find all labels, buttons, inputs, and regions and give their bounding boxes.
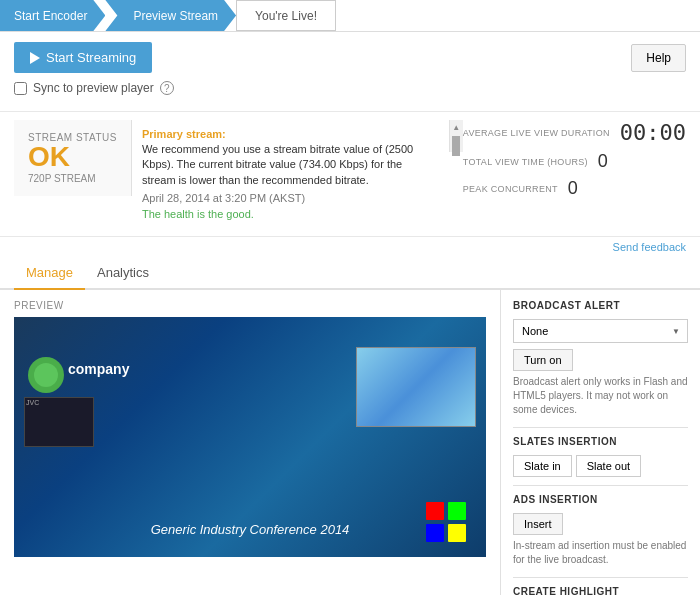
step-start-encoder-label: Start Encoder	[14, 9, 87, 23]
status-area: STREAM STATUS OK 720P STREAM Primary str…	[0, 112, 700, 237]
preview-label: PREVIEW	[14, 300, 486, 311]
right-sidebar: BROADCAST ALERT None ▼ Turn on Broadcast…	[500, 290, 700, 595]
tab-analytics-label: Analytics	[97, 265, 149, 280]
total-view-label: TOTAL VIEW TIME (HOURS)	[463, 157, 588, 167]
sync-help-icon[interactable]: ?	[160, 81, 174, 95]
video-desktop-inner	[357, 348, 475, 426]
start-streaming-label: Start Streaming	[46, 50, 136, 65]
total-view-value: 0	[598, 151, 608, 172]
stats-right: AVERAGE LIVE VIEW DURATION 00:00 TOTAL V…	[463, 120, 686, 228]
ads-insertion-title: ADS INSERTION	[513, 494, 688, 505]
status-ok-value: OK	[28, 143, 117, 171]
tab-manage-label: Manage	[26, 265, 73, 280]
sync-label: Sync to preview player	[33, 81, 154, 95]
tab-manage[interactable]: Manage	[14, 257, 85, 290]
status-left: STREAM STATUS OK 720P STREAM	[14, 120, 132, 196]
help-button[interactable]: Help	[631, 44, 686, 72]
tab-analytics[interactable]: Analytics	[85, 257, 161, 288]
stream-type-label: 720P STREAM	[28, 173, 117, 184]
send-feedback-link[interactable]: Send feedback	[613, 241, 686, 253]
globe-logo	[28, 357, 64, 393]
primary-stream-label: Primary stream:	[142, 128, 439, 140]
tabs: Manage Analytics	[0, 257, 700, 290]
stream-date: April 28, 2014 at 3:20 PM (AKST)	[142, 192, 439, 204]
avg-duration-label: AVERAGE LIVE VIEW DURATION	[463, 128, 610, 138]
stepper: Start Encoder Preview Stream You're Live…	[0, 0, 700, 32]
video-container[interactable]: company JVC Gene	[14, 317, 486, 557]
scroll-up-btn[interactable]: ▲	[449, 120, 463, 134]
status-scrollbar: ▲ ▼	[449, 120, 463, 152]
status-box: STREAM STATUS OK 720P STREAM Primary str…	[14, 120, 463, 228]
status-messages: Primary stream: We recommend you use a s…	[132, 120, 449, 228]
send-feedback-area: Send feedback	[0, 237, 700, 257]
device-label: JVC	[26, 399, 39, 406]
peak-concurrent-row: PEAK CONCURRENT 0	[463, 178, 686, 199]
scrollbar-thumb	[452, 136, 460, 156]
globe-inner	[34, 363, 58, 387]
step-youre-live[interactable]: You're Live!	[236, 0, 336, 31]
avg-duration-value: 00:00	[620, 120, 686, 145]
step-preview-stream[interactable]: Preview Stream	[105, 0, 236, 31]
total-view-row: TOTAL VIEW TIME (HOURS) 0	[463, 151, 686, 172]
create-highlight-title: CREATE HIGHLIGHT	[513, 586, 688, 595]
help-label: Help	[646, 51, 671, 65]
company-name: company	[68, 361, 129, 377]
broadcast-alert-select-wrapper: None ▼	[513, 319, 688, 343]
slates-insertion-title: SLATES INSERTION	[513, 436, 688, 447]
broadcast-alert-title: BROADCAST ALERT	[513, 300, 688, 311]
ads-insertion-desc: In-stream ad insertion must be enabled f…	[513, 539, 688, 567]
step-youre-live-label: You're Live!	[255, 9, 317, 23]
divider-1	[513, 427, 688, 428]
turn-on-button[interactable]: Turn on	[513, 349, 573, 371]
step-start-encoder[interactable]: Start Encoder	[0, 0, 105, 31]
preview-section: PREVIEW company JVC	[0, 290, 500, 595]
sync-row: Sync to preview player ?	[14, 81, 686, 95]
divider-2	[513, 485, 688, 486]
win-q2	[448, 502, 466, 520]
slate-in-button[interactable]: Slate in	[513, 455, 572, 477]
step-preview-stream-label: Preview Stream	[133, 9, 218, 23]
sync-checkbox[interactable]	[14, 82, 27, 95]
toolbar: Start Streaming Help	[14, 42, 686, 73]
health-message: The health is the good.	[142, 208, 439, 220]
peak-concurrent-value: 0	[568, 178, 578, 199]
start-streaming-button[interactable]: Start Streaming	[14, 42, 152, 73]
video-desktop	[356, 347, 476, 427]
bottom-content: PREVIEW company JVC	[0, 290, 700, 595]
play-icon	[30, 52, 40, 64]
slates-btn-group: Slate in Slate out	[513, 455, 688, 477]
win-q1	[426, 502, 444, 520]
divider-3	[513, 577, 688, 578]
broadcast-alert-select[interactable]: None	[513, 319, 688, 343]
slate-out-button[interactable]: Slate out	[576, 455, 641, 477]
conference-text: Generic Industry Conference 2014	[14, 522, 486, 537]
insert-button[interactable]: Insert	[513, 513, 563, 535]
stream-message: We recommend you use a stream bitrate va…	[142, 142, 439, 188]
peak-concurrent-label: PEAK CONCURRENT	[463, 184, 558, 194]
avg-duration-row: AVERAGE LIVE VIEW DURATION 00:00	[463, 120, 686, 145]
broadcast-alert-desc: Broadcast alert only works in Flash and …	[513, 375, 688, 417]
video-background: company JVC Gene	[14, 317, 486, 557]
